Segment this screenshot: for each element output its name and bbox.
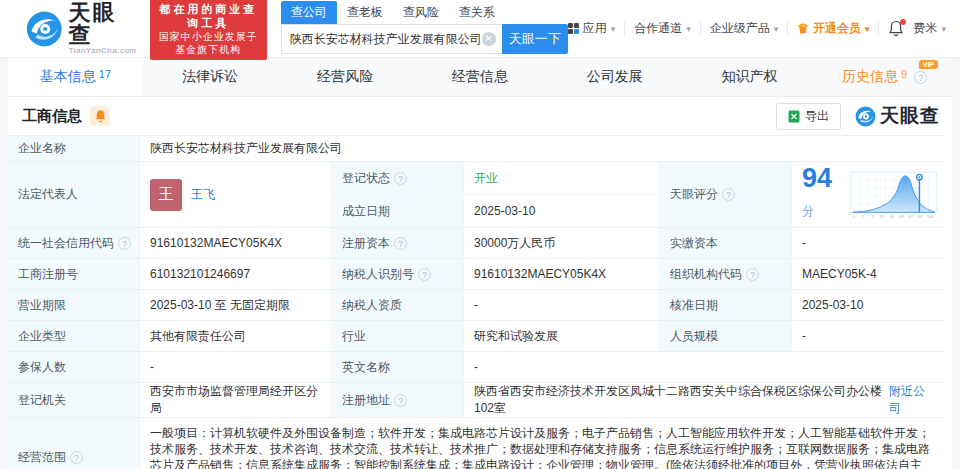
clear-icon[interactable]: ✕	[482, 32, 496, 46]
section-header: 工商信息 导出	[8, 97, 952, 135]
table-row: 工商注册号 610132101246697 纳税人识别号 91610132MAE…	[8, 259, 944, 290]
table-subrow: 登记状态 开业	[332, 162, 660, 194]
tab-company-development[interactable]: 公司发展	[547, 58, 682, 96]
legal-rep-link[interactable]: 王飞	[191, 186, 215, 203]
label-reg-address: 注册地址	[332, 383, 464, 417]
value-reg-status: 开业	[464, 162, 660, 194]
value-business-scope: 一般项目：计算机软硬件及外围设备制造；软件开发；集成电路芯片设计及服务；电子产品…	[140, 418, 944, 469]
promo-badge[interactable]: 都在用的商业查询工具 国家中小企业发展子基金旗下机构	[150, 0, 267, 60]
tab-label: 公司发展	[587, 68, 643, 86]
promo-line1: 都在用的商业查询工具	[158, 2, 259, 30]
search-input[interactable]: 陕西长安芯材科技产业发展有限公司 ✕	[281, 24, 502, 54]
svg-text:85: 85	[900, 213, 905, 218]
chevron-down-icon: ▾	[774, 24, 779, 34]
header-menu: 应用 ▾ 合作通道 ▾ 企业级产品 ▾ ♛ 开通会员 ▾	[568, 20, 946, 37]
search-tab-relation[interactable]: 查关系	[449, 1, 505, 24]
menu-vip[interactable]: ♛ 开通会员 ▾	[797, 20, 869, 37]
help-icon[interactable]	[118, 237, 131, 250]
avatar[interactable]: 王	[150, 179, 182, 211]
top-header: 天眼查 TianYanCha.com 都在用的商业查询工具 国家中小企业发展子基…	[0, 0, 960, 58]
menu-divider	[624, 22, 625, 35]
tab-label: 基本信息	[40, 68, 96, 86]
table-subrow: 成立日期 2025-03-10	[332, 194, 660, 227]
value-reg-authority: 西安市市场监督管理局经开区分局	[140, 383, 332, 417]
search-tab-company[interactable]: 查公司	[281, 1, 337, 24]
chevron-down-icon: ▾	[941, 24, 946, 34]
value-approval-date: 2025-03-10	[792, 290, 944, 320]
label-business-scope: 经营范围	[8, 418, 140, 469]
tianyancha-logo[interactable]: 天眼查 TianYanCha.com	[26, 2, 138, 55]
help-icon[interactable]	[722, 188, 735, 201]
label-insured-count: 参保人数	[8, 352, 140, 382]
menu-vip-label: 开通会员	[813, 20, 861, 37]
table-row: 营业期限 2025-03-10 至 无固定期限 纳税人资质 - 核准日期 202…	[8, 290, 944, 321]
svg-text:15: 15	[880, 213, 885, 218]
export-button[interactable]: 导出	[776, 103, 841, 130]
search-button[interactable]: 天眼一下	[502, 24, 568, 54]
tab-basic-info[interactable]: 基本信息 17	[8, 58, 143, 96]
apps-grid-icon	[568, 23, 579, 34]
value-reg-address: 陕西省西安市经济技术开发区凤城十二路西安关中综合保税区综保公司办公楼102室 附…	[464, 383, 944, 417]
vip-badge: VIP	[919, 60, 938, 69]
notification-bell-icon[interactable]	[888, 20, 904, 37]
help-icon[interactable]	[394, 394, 407, 407]
value-english-name: -	[464, 352, 944, 382]
help-icon[interactable]	[394, 172, 407, 185]
value-reg-capital: 30000万人民币	[464, 228, 660, 258]
value-company-name: 陕西长安芯材科技产业发展有限公司	[140, 136, 944, 161]
score-unit: 分	[802, 204, 814, 218]
monitor-bell-icon[interactable]	[90, 106, 110, 126]
tab-label: 知识产权	[722, 68, 778, 86]
logo-brand: 天眼查	[69, 2, 138, 46]
tab-history-info[interactable]: VIP 历史信息 9	[817, 58, 952, 96]
logo-domain: TianYanCha.com	[69, 46, 138, 55]
help-icon[interactable]	[418, 268, 431, 281]
tab-legal[interactable]: 法律诉讼	[143, 58, 278, 96]
value-tianyan-score[interactable]: 94分	[792, 162, 944, 227]
value-industry: 研究和试验发展	[464, 321, 660, 351]
content-wrapper: 基本信息 17 法律诉讼 经营风险 经营信息 公司发展 知识产权 VIP 历史信…	[8, 58, 952, 469]
chevron-down-icon: ▾	[865, 24, 870, 34]
menu-enterprise[interactable]: 企业级产品 ▾	[710, 20, 779, 37]
nearby-companies-link[interactable]: 附近公司	[889, 383, 934, 417]
label-tianyan-score: 天眼评分	[660, 162, 792, 227]
menu-partner-label: 合作通道	[634, 20, 682, 37]
svg-text:99: 99	[918, 213, 923, 218]
label-taxpayer-quality: 纳税人资质	[332, 290, 464, 320]
tianyancha-logo-icon	[26, 10, 63, 48]
tab-intellectual-property[interactable]: 知识产权	[682, 58, 817, 96]
label-reg-authority: 登记机关	[8, 383, 140, 417]
label-est-date: 成立日期	[332, 195, 464, 227]
logo-text: 天眼查 TianYanCha.com	[69, 2, 138, 55]
table-row: 企业名称 陕西长安芯材科技产业发展有限公司	[8, 136, 944, 162]
svg-text:1: 1	[862, 213, 865, 218]
section-title: 工商信息	[22, 107, 82, 126]
user-name: 费米	[913, 20, 937, 37]
value-business-term: 2025-03-10 至 无固定期限	[140, 290, 332, 320]
label-industry: 行业	[332, 321, 464, 351]
svg-text:3: 3	[871, 213, 874, 218]
help-icon[interactable]	[914, 71, 927, 84]
table-row: 经营范围 一般项目：计算机软硬件及外围设备制造；软件开发；集成电路芯片设计及服务…	[8, 418, 944, 469]
help-icon[interactable]	[394, 237, 407, 250]
search-area: 查公司 查老板 查风险 查关系 陕西长安芯材科技产业发展有限公司 ✕ 天眼一下	[281, 3, 568, 54]
search-tab-boss[interactable]: 查老板	[337, 1, 393, 24]
search-tab-risk[interactable]: 查风险	[393, 1, 449, 24]
value-legal-rep: 王 王飞	[140, 162, 332, 227]
menu-apps[interactable]: 应用 ▾	[568, 20, 616, 37]
value-credit-code: 91610132MAECY05K4X	[140, 228, 332, 258]
menu-user[interactable]: 费米 ▾	[913, 20, 946, 37]
label-legal-rep: 法定代表人	[8, 162, 140, 227]
menu-enterprise-label: 企业级产品	[710, 20, 770, 37]
search-input-value: 陕西长安芯材科技产业发展有限公司	[290, 31, 482, 48]
help-icon[interactable]	[70, 451, 83, 464]
menu-partner[interactable]: 合作通道 ▾	[634, 20, 691, 37]
tab-operation-risk[interactable]: 经营风险	[278, 58, 413, 96]
label-reg-number: 工商注册号	[8, 259, 140, 289]
label-org-code: 组织机构代码	[660, 259, 792, 289]
tab-business-info[interactable]: 经营信息	[413, 58, 548, 96]
help-icon[interactable]	[746, 268, 759, 281]
value-staff-size: -	[792, 321, 944, 351]
notification-dot	[900, 19, 906, 25]
watermark-logo: 天眼查	[855, 103, 940, 129]
